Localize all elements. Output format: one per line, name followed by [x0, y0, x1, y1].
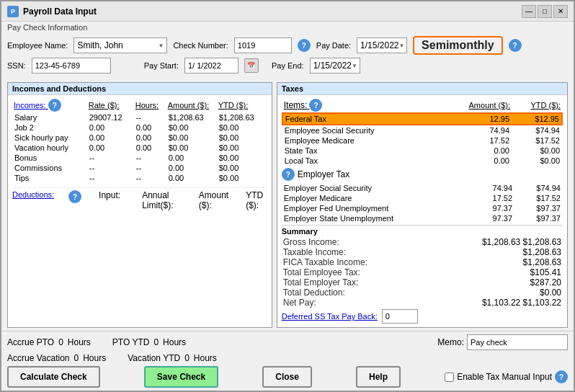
employee-dropdown[interactable]: Smith, John ▼: [73, 37, 167, 53]
help-button[interactable]: Help: [356, 366, 401, 388]
paycheck-row2: SSN: Pay Start: 📅 Pay End: 1/15/2022 ▼: [7, 58, 568, 74]
summary-row: Total Employee Tax: $105.41: [282, 267, 563, 277]
deductions-label[interactable]: Deductions:: [12, 190, 54, 210]
summary-row-label: Total Employer Tax:: [283, 277, 359, 288]
summary-label: Summary: [282, 227, 563, 236]
income-rate: 0.00: [87, 133, 134, 143]
summary-row: Net Pay: $1,103.22 $1,103.22: [282, 298, 563, 308]
income-amount: 0.00: [166, 153, 217, 163]
employer-tax-row: Employer Medicare 17.52 $17.52: [282, 193, 563, 203]
incomes-label[interactable]: Incomes:: [14, 101, 46, 110]
employer-tax-amount: 74.94: [474, 183, 515, 193]
tax-item-name: Employee Medicare: [282, 135, 458, 146]
pay-end-value: 1/15/2022: [313, 61, 352, 71]
pto-ytd-group: PTO YTD 0 Hours: [112, 334, 186, 350]
memo-input[interactable]: [467, 334, 568, 350]
income-rate: 0.00: [87, 143, 134, 153]
enable-tax-label: Enable Tax Manual Input: [457, 372, 552, 382]
employer-tax-name: Employer Social Security: [282, 183, 474, 193]
close-button-footer[interactable]: Close: [262, 366, 312, 388]
tax-item-name: Federal Tax: [282, 113, 458, 125]
incomes-table: Incomes: ? Rate ($): Hours: Amount ($): …: [12, 98, 267, 183]
employer-tax-row: Employer State Unemployment 97.37 $97.37: [282, 213, 563, 223]
income-ytd: $1,208.63: [217, 112, 267, 122]
incomes-info-btn[interactable]: ?: [48, 99, 61, 112]
income-name: Salary: [12, 112, 87, 122]
accrue-vacation-group: Accrue Vacation 0 Hours: [7, 353, 106, 363]
save-button[interactable]: Save Check: [144, 366, 218, 388]
summary-row-value: $1,208.63: [523, 257, 561, 267]
items-label: Items:: [284, 100, 308, 110]
title-bar-left: P Payroll Data Input: [7, 6, 97, 17]
memo-group: Memo:: [437, 334, 568, 350]
tax-item-amount: 0.00: [458, 156, 512, 166]
employer-tax-row: Employer Social Security 74.94 $74.94: [282, 183, 563, 193]
deferred-input[interactable]: [382, 309, 418, 324]
pay-date-arrow: ▼: [399, 43, 405, 49]
paycheck-row1: Employee Name: Smith, John ▼ Check Numbe…: [7, 36, 568, 55]
items-col-header: Items: ?: [282, 98, 458, 113]
check-number-input[interactable]: [234, 37, 292, 53]
vacation-ytd-value: 0: [184, 353, 190, 363]
minimize-button[interactable]: —: [522, 5, 536, 18]
summary-row-value: $287.20: [530, 277, 561, 288]
deferred-link[interactable]: Deferred SS Tax Pay Back:: [282, 312, 378, 321]
summary-row-label: FICA Taxable Income:: [283, 257, 367, 267]
summary-row-value: $1,208.63 $1,208.63: [482, 237, 561, 247]
close-button[interactable]: ✕: [553, 5, 568, 18]
employer-info-btn[interactable]: ?: [282, 168, 295, 181]
income-rate: --: [87, 173, 134, 183]
deductions-input-label: Input:: [99, 190, 120, 210]
enable-tax-info-btn[interactable]: ?: [555, 370, 568, 383]
employee-tax-row: Local Tax 0.00 $0.00: [282, 156, 562, 166]
footer: Accrue PTO 0 Hours PTO YTD 0 Hours Memo:…: [1, 331, 574, 391]
ytd-col-header: YTD ($):: [217, 98, 267, 112]
maximize-button[interactable]: □: [538, 5, 552, 18]
employee-label: Employee Name:: [7, 41, 68, 50]
income-hours: --: [134, 163, 166, 173]
employee-value: Smith, John: [77, 40, 122, 50]
summary-row-value: $0.00: [540, 288, 561, 298]
employer-tax-amount: 97.37: [474, 213, 515, 223]
enable-tax-group: Enable Tax Manual Input ?: [445, 370, 568, 383]
deductions-info-btn[interactable]: ?: [68, 190, 81, 203]
income-row: Salary 29007.12 -- $1,208.63 $1,208.63: [12, 112, 267, 122]
pay-end-arrow: ▼: [352, 63, 357, 69]
deductions-amount-label: Amount ($):: [199, 190, 228, 210]
pay-end-dropdown[interactable]: 1/15/2022 ▼: [310, 58, 360, 74]
income-name: Commissions: [12, 163, 87, 173]
employer-tax-header: ? Employer Tax: [282, 168, 563, 181]
ssn-input[interactable]: [32, 58, 111, 74]
vacation-ytd-hours: Hours: [194, 353, 217, 363]
income-name: Vacation hourly: [12, 143, 87, 153]
employer-tax-amount: 17.52: [474, 193, 515, 203]
vacation-ytd-group: Vacation YTD 0 Hours: [128, 353, 217, 363]
income-amount: $0.00: [166, 133, 217, 143]
incomes-panel-title: Incomes and Deductions: [8, 83, 272, 95]
employee-tax-row: Federal Tax 12.95 $12.95: [282, 113, 562, 125]
summary-section: Gross Income: $1,208.63 $1,208.63 Taxabl…: [282, 237, 563, 308]
income-row: Sick hourly pay 0.00 0.00 $0.00 $0.00: [12, 133, 267, 143]
pay-start-calendar-btn[interactable]: 📅: [244, 58, 259, 73]
employer-tax-ytd: $17.52: [514, 193, 563, 203]
accrue-vacation-hours: Hours: [83, 353, 106, 363]
frequency-info-btn[interactable]: ?: [509, 39, 522, 52]
employee-tax-row: Employee Medicare 17.52 $17.52: [282, 135, 562, 146]
taxes-info-btn[interactable]: ?: [309, 99, 322, 112]
tax-item-ytd: $12.95: [512, 113, 562, 125]
calculate-button[interactable]: Calculate Check: [7, 366, 100, 388]
tax-item-ytd: $17.52: [512, 135, 562, 146]
pay-start-input[interactable]: [184, 58, 239, 74]
window-title: Payroll Data Input: [23, 6, 97, 17]
deductions-ytd-label: YTD ($):: [246, 190, 267, 210]
tax-item-name: Employee Social Security: [282, 125, 458, 135]
enable-tax-checkbox[interactable]: [445, 373, 454, 382]
summary-row-value: $1,103.22 $1,103.22: [482, 298, 561, 308]
accrue-vacation-value: 0: [74, 353, 79, 363]
incomes-panel: Incomes and Deductions Incomes: ? Rate (…: [7, 82, 272, 328]
accrue-pto-group: Accrue PTO 0 Hours: [7, 334, 91, 350]
tax-item-ytd: $0.00: [512, 156, 562, 166]
check-number-info-btn[interactable]: ?: [298, 39, 311, 52]
income-ytd: $0.00: [217, 173, 267, 183]
pay-date-dropdown[interactable]: 1/15/2022 ▼: [357, 37, 407, 53]
